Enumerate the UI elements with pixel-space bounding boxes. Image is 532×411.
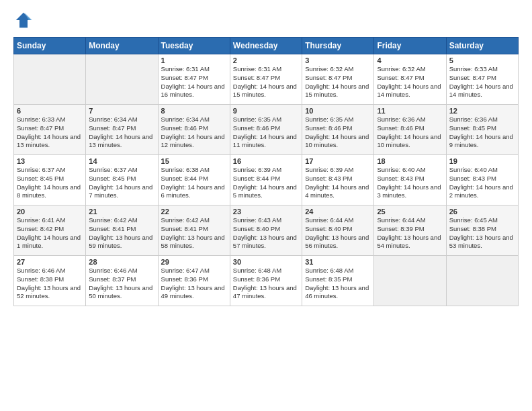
day-content: Sunrise: 6:48 AM Sunset: 8:36 PM Dayligh… bbox=[233, 267, 299, 301]
day-number: 21 bbox=[89, 208, 154, 216]
day-number: 26 bbox=[449, 208, 515, 216]
calendar-cell: 21Sunrise: 6:42 AM Sunset: 8:41 PM Dayli… bbox=[86, 205, 158, 256]
calendar-cell: 12Sunrise: 6:36 AM Sunset: 8:45 PM Dayli… bbox=[446, 105, 518, 155]
day-content: Sunrise: 6:46 AM Sunset: 8:38 PM Dayligh… bbox=[17, 267, 83, 301]
day-number: 25 bbox=[377, 208, 443, 216]
day-number: 19 bbox=[449, 157, 515, 165]
calendar-cell: 27Sunrise: 6:46 AM Sunset: 8:38 PM Dayli… bbox=[14, 256, 86, 306]
day-content: Sunrise: 6:39 AM Sunset: 8:43 PM Dayligh… bbox=[305, 166, 371, 200]
logo-icon bbox=[13, 10, 34, 30]
day-number: 11 bbox=[377, 107, 443, 115]
calendar-header-thursday: Thursday bbox=[302, 38, 374, 54]
day-number: 17 bbox=[305, 157, 371, 165]
calendar-cell bbox=[446, 256, 518, 306]
day-number: 15 bbox=[161, 157, 227, 165]
calendar-cell: 10Sunrise: 6:35 AM Sunset: 8:46 PM Dayli… bbox=[302, 105, 374, 155]
day-content: Sunrise: 6:36 AM Sunset: 8:46 PM Dayligh… bbox=[377, 116, 443, 150]
day-content: Sunrise: 6:35 AM Sunset: 8:46 PM Dayligh… bbox=[305, 116, 371, 150]
day-number: 31 bbox=[305, 258, 371, 266]
calendar-cell: 24Sunrise: 6:44 AM Sunset: 8:40 PM Dayli… bbox=[302, 205, 374, 256]
day-content: Sunrise: 6:34 AM Sunset: 8:47 PM Dayligh… bbox=[89, 116, 154, 150]
calendar-cell: 25Sunrise: 6:44 AM Sunset: 8:39 PM Dayli… bbox=[374, 205, 446, 256]
day-content: Sunrise: 6:32 AM Sunset: 8:47 PM Dayligh… bbox=[305, 65, 371, 99]
day-number: 8 bbox=[161, 107, 227, 115]
day-number: 5 bbox=[449, 56, 515, 64]
day-number: 2 bbox=[233, 56, 299, 64]
day-content: Sunrise: 6:42 AM Sunset: 8:41 PM Dayligh… bbox=[89, 216, 154, 250]
day-content: Sunrise: 6:40 AM Sunset: 8:43 PM Dayligh… bbox=[377, 166, 443, 200]
calendar-cell bbox=[14, 54, 86, 105]
day-number: 10 bbox=[305, 107, 371, 115]
calendar-cell: 28Sunrise: 6:46 AM Sunset: 8:37 PM Dayli… bbox=[86, 256, 158, 306]
calendar-header-row: SundayMondayTuesdayWednesdayThursdayFrid… bbox=[14, 38, 519, 54]
day-content: Sunrise: 6:45 AM Sunset: 8:38 PM Dayligh… bbox=[449, 216, 515, 250]
day-content: Sunrise: 6:31 AM Sunset: 8:47 PM Dayligh… bbox=[233, 65, 299, 99]
calendar-header-tuesday: Tuesday bbox=[158, 38, 230, 54]
calendar-cell: 16Sunrise: 6:39 AM Sunset: 8:44 PM Dayli… bbox=[230, 155, 302, 205]
day-content: Sunrise: 6:44 AM Sunset: 8:39 PM Dayligh… bbox=[377, 216, 443, 250]
calendar-cell bbox=[86, 54, 158, 105]
day-content: Sunrise: 6:37 AM Sunset: 8:45 PM Dayligh… bbox=[89, 166, 154, 200]
calendar-cell: 29Sunrise: 6:47 AM Sunset: 8:36 PM Dayli… bbox=[158, 256, 230, 306]
calendar-header-friday: Friday bbox=[374, 38, 446, 54]
day-number: 24 bbox=[305, 208, 371, 216]
calendar-week-row: 1Sunrise: 6:31 AM Sunset: 8:47 PM Daylig… bbox=[14, 54, 519, 105]
calendar-cell: 30Sunrise: 6:48 AM Sunset: 8:36 PM Dayli… bbox=[230, 256, 302, 306]
calendar-header-monday: Monday bbox=[86, 38, 158, 54]
day-number: 4 bbox=[377, 56, 443, 64]
calendar-cell: 14Sunrise: 6:37 AM Sunset: 8:45 PM Dayli… bbox=[86, 155, 158, 205]
day-content: Sunrise: 6:32 AM Sunset: 8:47 PM Dayligh… bbox=[377, 65, 443, 99]
day-number: 1 bbox=[161, 56, 227, 64]
calendar-cell: 26Sunrise: 6:45 AM Sunset: 8:38 PM Dayli… bbox=[446, 205, 518, 256]
calendar-cell: 7Sunrise: 6:34 AM Sunset: 8:47 PM Daylig… bbox=[86, 105, 158, 155]
day-content: Sunrise: 6:38 AM Sunset: 8:44 PM Dayligh… bbox=[161, 166, 227, 200]
calendar-week-row: 6Sunrise: 6:33 AM Sunset: 8:47 PM Daylig… bbox=[14, 105, 519, 155]
day-number: 20 bbox=[17, 208, 83, 216]
day-content: Sunrise: 6:35 AM Sunset: 8:46 PM Dayligh… bbox=[233, 116, 299, 150]
day-number: 13 bbox=[17, 157, 83, 165]
calendar-week-row: 20Sunrise: 6:41 AM Sunset: 8:42 PM Dayli… bbox=[14, 205, 519, 256]
day-content: Sunrise: 6:47 AM Sunset: 8:36 PM Dayligh… bbox=[161, 267, 227, 301]
page: SundayMondayTuesdayWednesdayThursdayFrid… bbox=[0, 0, 532, 320]
day-content: Sunrise: 6:41 AM Sunset: 8:42 PM Dayligh… bbox=[17, 216, 83, 250]
day-content: Sunrise: 6:37 AM Sunset: 8:45 PM Dayligh… bbox=[17, 166, 83, 200]
calendar-table: SundayMondayTuesdayWednesdayThursdayFrid… bbox=[13, 37, 519, 306]
day-number: 28 bbox=[89, 258, 154, 266]
day-number: 23 bbox=[233, 208, 299, 216]
calendar-cell: 17Sunrise: 6:39 AM Sunset: 8:43 PM Dayli… bbox=[302, 155, 374, 205]
calendar-header-wednesday: Wednesday bbox=[230, 38, 302, 54]
calendar-cell: 20Sunrise: 6:41 AM Sunset: 8:42 PM Dayli… bbox=[14, 205, 86, 256]
calendar-cell bbox=[374, 256, 446, 306]
day-number: 3 bbox=[305, 56, 371, 64]
calendar-cell: 1Sunrise: 6:31 AM Sunset: 8:47 PM Daylig… bbox=[158, 54, 230, 105]
day-content: Sunrise: 6:34 AM Sunset: 8:46 PM Dayligh… bbox=[161, 116, 227, 150]
calendar-cell: 6Sunrise: 6:33 AM Sunset: 8:47 PM Daylig… bbox=[14, 105, 86, 155]
logo bbox=[13, 10, 36, 30]
calendar-cell: 8Sunrise: 6:34 AM Sunset: 8:46 PM Daylig… bbox=[158, 105, 230, 155]
calendar-cell: 5Sunrise: 6:33 AM Sunset: 8:47 PM Daylig… bbox=[446, 54, 518, 105]
day-content: Sunrise: 6:33 AM Sunset: 8:47 PM Dayligh… bbox=[449, 65, 515, 99]
day-number: 9 bbox=[233, 107, 299, 115]
day-number: 14 bbox=[89, 157, 154, 165]
calendar-cell: 9Sunrise: 6:35 AM Sunset: 8:46 PM Daylig… bbox=[230, 105, 302, 155]
day-number: 30 bbox=[233, 258, 299, 266]
calendar-header-saturday: Saturday bbox=[446, 38, 518, 54]
day-number: 7 bbox=[89, 107, 154, 115]
day-number: 29 bbox=[161, 258, 227, 266]
calendar-cell: 18Sunrise: 6:40 AM Sunset: 8:43 PM Dayli… bbox=[374, 155, 446, 205]
day-number: 16 bbox=[233, 157, 299, 165]
day-content: Sunrise: 6:39 AM Sunset: 8:44 PM Dayligh… bbox=[233, 166, 299, 200]
calendar-cell: 19Sunrise: 6:40 AM Sunset: 8:43 PM Dayli… bbox=[446, 155, 518, 205]
calendar-cell: 23Sunrise: 6:43 AM Sunset: 8:40 PM Dayli… bbox=[230, 205, 302, 256]
day-content: Sunrise: 6:36 AM Sunset: 8:45 PM Dayligh… bbox=[449, 116, 515, 150]
day-content: Sunrise: 6:31 AM Sunset: 8:47 PM Dayligh… bbox=[161, 65, 227, 99]
calendar-cell: 4Sunrise: 6:32 AM Sunset: 8:47 PM Daylig… bbox=[374, 54, 446, 105]
day-content: Sunrise: 6:40 AM Sunset: 8:43 PM Dayligh… bbox=[449, 166, 515, 200]
day-number: 12 bbox=[449, 107, 515, 115]
calendar-cell: 3Sunrise: 6:32 AM Sunset: 8:47 PM Daylig… bbox=[302, 54, 374, 105]
day-number: 22 bbox=[161, 208, 227, 216]
header bbox=[13, 10, 519, 30]
day-number: 27 bbox=[17, 258, 83, 266]
day-content: Sunrise: 6:42 AM Sunset: 8:41 PM Dayligh… bbox=[161, 216, 227, 250]
day-content: Sunrise: 6:44 AM Sunset: 8:40 PM Dayligh… bbox=[305, 216, 371, 250]
